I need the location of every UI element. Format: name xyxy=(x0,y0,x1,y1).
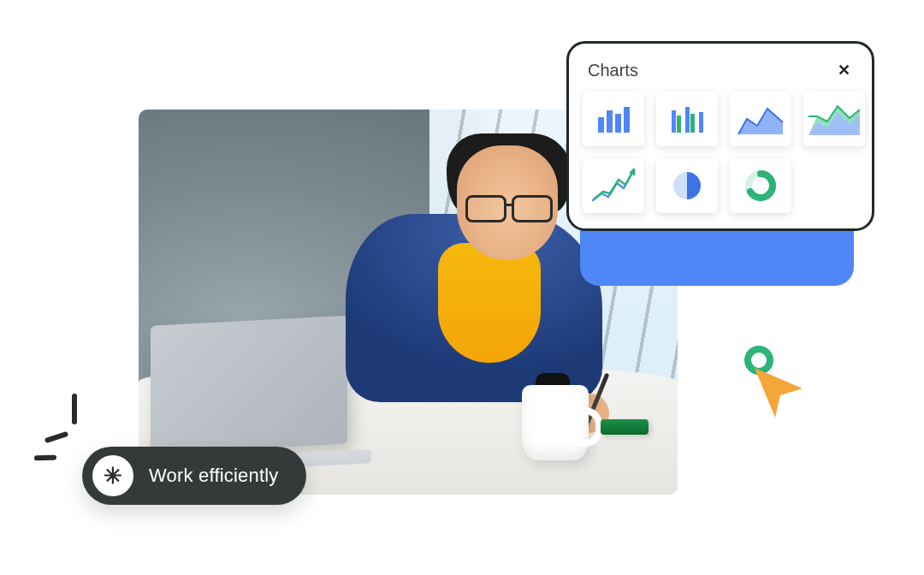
badge-label: Work efficiently xyxy=(149,465,279,487)
charts-panel-header: Charts ✕ xyxy=(583,57,858,92)
photo-phone xyxy=(601,419,649,435)
photo-cup xyxy=(522,385,589,460)
svg-rect-7 xyxy=(690,114,695,133)
asterisk-icon: ✳ xyxy=(92,455,133,496)
stacked-area-chart-icon[interactable] xyxy=(803,92,865,146)
sparkle-icon xyxy=(34,394,103,462)
svg-rect-6 xyxy=(685,107,690,133)
svg-rect-5 xyxy=(677,116,681,133)
svg-rect-1 xyxy=(607,110,613,133)
work-efficiently-badge: ✳ Work efficiently xyxy=(82,447,306,505)
area-chart-icon[interactable] xyxy=(730,92,791,146)
svg-rect-4 xyxy=(672,110,676,133)
close-glyph: ✕ xyxy=(838,61,850,80)
close-icon[interactable]: ✕ xyxy=(832,59,855,81)
svg-rect-2 xyxy=(615,114,621,133)
pie-chart-icon[interactable] xyxy=(656,158,718,213)
donut-chart-icon[interactable] xyxy=(730,158,791,213)
line-trend-icon[interactable] xyxy=(583,158,644,213)
svg-rect-0 xyxy=(598,117,604,133)
svg-marker-14 xyxy=(755,368,803,418)
svg-rect-3 xyxy=(624,107,630,133)
bar-chart-icon[interactable] xyxy=(583,92,644,146)
charts-grid xyxy=(583,92,858,213)
charts-panel: Charts ✕ xyxy=(566,41,874,231)
svg-rect-8 xyxy=(699,112,703,133)
cursor-arrow-icon xyxy=(749,363,809,423)
charts-panel-title: Charts xyxy=(588,61,638,80)
grouped-bar-chart-icon[interactable] xyxy=(656,92,718,146)
asterisk-glyph: ✳ xyxy=(104,463,122,489)
